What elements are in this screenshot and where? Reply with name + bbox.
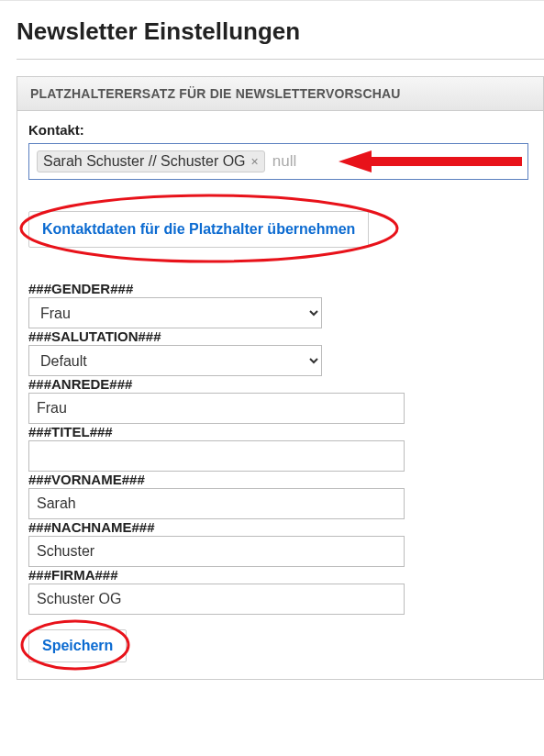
gender-select[interactable]: Frau	[28, 297, 322, 328]
nachname-input[interactable]	[28, 536, 405, 567]
contact-null-text: null	[272, 152, 296, 171]
firma-label: ###FIRMA###	[28, 567, 528, 583]
svg-marker-1	[339, 150, 372, 172]
page-title: Newsletter Einstellungen	[17, 17, 544, 46]
divider	[17, 59, 544, 60]
contact-chip-text: Sarah Schuster // Schuster OG	[43, 153, 246, 170]
salutation-label: ###SALUTATION###	[28, 328, 528, 344]
anrede-input[interactable]	[28, 393, 405, 424]
nachname-label: ###NACHNAME###	[28, 519, 528, 535]
apply-contact-button[interactable]: Kontaktdaten für die Platzhalter überneh…	[28, 211, 369, 248]
salutation-select[interactable]: Default	[28, 345, 322, 376]
vorname-label: ###VORNAME###	[28, 472, 528, 487]
chip-remove-icon[interactable]: ×	[251, 154, 259, 169]
anrede-label: ###ANREDE###	[28, 376, 528, 392]
contact-label: Kontakt:	[28, 122, 528, 138]
placeholder-panel: PLATZHALTERERSATZ FÜR DIE NEWSLETTERVORS…	[17, 76, 544, 680]
firma-input[interactable]	[28, 584, 405, 615]
annotation-arrow-icon	[339, 148, 522, 175]
titel-label: ###TITEL###	[28, 424, 528, 439]
titel-input[interactable]	[28, 440, 405, 472]
panel-header: PLATZHALTERERSATZ FÜR DIE NEWSLETTERVORS…	[17, 77, 543, 111]
gender-label: ###GENDER###	[28, 281, 528, 296]
contact-chip: Sarah Schuster // Schuster OG ×	[37, 150, 265, 172]
vorname-input[interactable]	[28, 488, 405, 519]
contact-picker[interactable]: Sarah Schuster // Schuster OG × null	[28, 143, 528, 180]
save-button[interactable]: Speichern	[28, 629, 127, 662]
